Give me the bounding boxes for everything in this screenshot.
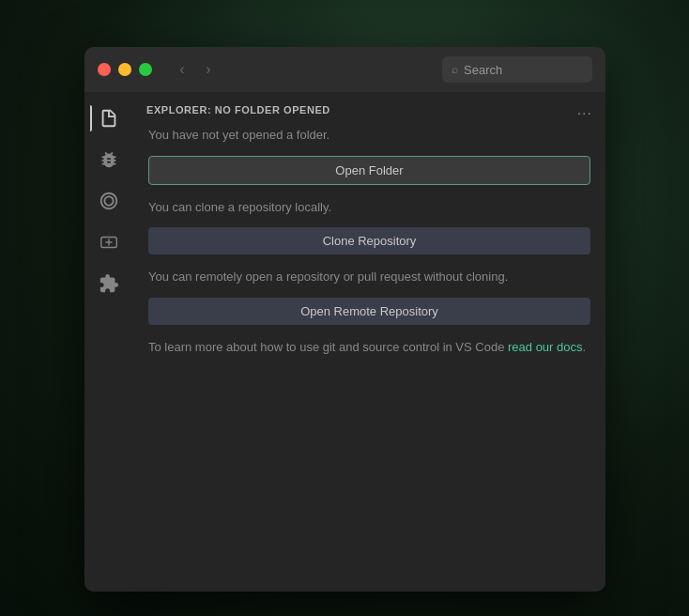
explorer-header: EXPLORER: NO FOLDER OPENED ...: [133, 92, 605, 126]
sidebar-item-source-control[interactable]: [90, 182, 128, 220]
close-button[interactable]: [98, 63, 111, 76]
sidebar-item-extensions[interactable]: [90, 265, 128, 302]
main-area: EXPLORER: NO FOLDER OPENED ... You have …: [84, 92, 605, 592]
docs-link[interactable]: read our docs: [508, 340, 583, 354]
search-bar[interactable]: ⌕ Search: [442, 56, 592, 83]
open-folder-button[interactable]: Open Folder: [148, 156, 590, 185]
remote-intro-text: You can remotely open a repository or pu…: [148, 268, 590, 286]
maximize-button[interactable]: [139, 63, 152, 76]
search-icon: ⌕: [452, 63, 458, 76]
vscode-window: ‹ › ⌕ Search: [84, 47, 605, 592]
minimize-button[interactable]: [118, 63, 131, 76]
titlebar: ‹ › ⌕ Search: [84, 47, 605, 92]
clone-intro-text: You can clone a repository locally.: [148, 198, 590, 217]
explorer-title: EXPLORER: NO FOLDER OPENED: [146, 104, 330, 116]
open-remote-repository-button[interactable]: Open Remote Repository: [148, 298, 590, 325]
forward-button[interactable]: ›: [197, 58, 220, 81]
explorer-more-button[interactable]: ...: [577, 101, 592, 118]
activity-bar: [84, 92, 133, 592]
docs-text: To learn more about how to use git and s…: [148, 338, 590, 357]
explorer-content: You have not yet opened a folder. Open F…: [133, 126, 605, 592]
sidebar-item-debug[interactable]: [90, 141, 128, 178]
sidebar-item-explorer[interactable]: [90, 100, 128, 137]
intro-text: You have not yet opened a folder.: [148, 126, 590, 145]
explorer-panel: EXPLORER: NO FOLDER OPENED ... You have …: [133, 92, 605, 592]
docs-prefix: To learn more about how to use git and s…: [148, 340, 508, 354]
back-button[interactable]: ‹: [171, 58, 193, 81]
traffic-lights: [98, 63, 152, 76]
clone-repository-button[interactable]: Clone Repository: [148, 227, 590, 254]
sidebar-item-remote[interactable]: [90, 223, 128, 261]
nav-arrows: ‹ ›: [171, 58, 220, 81]
search-label: Search: [464, 63, 502, 77]
docs-suffix: .: [583, 340, 587, 354]
